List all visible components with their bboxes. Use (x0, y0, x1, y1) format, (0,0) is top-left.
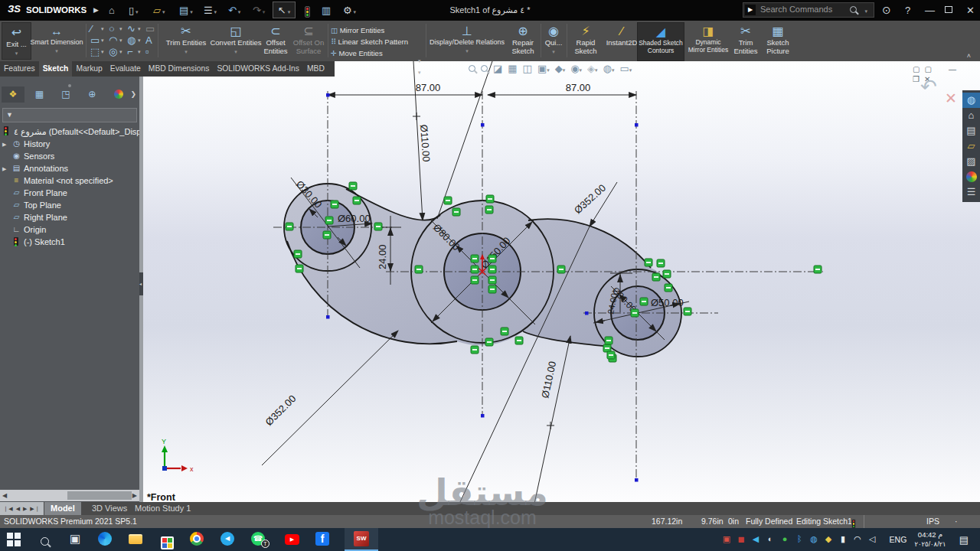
status-options-icon[interactable]: · (955, 515, 958, 528)
sketch-point[interactable] (326, 315, 330, 319)
dimxpert-tab-icon[interactable]: ⊕ (80, 86, 103, 103)
cancel-overlay-icon[interactable]: ✕ (945, 90, 957, 107)
panel-hscrollbar[interactable]: ◀▶ (0, 490, 139, 501)
tab-motion-study[interactable]: Motion Study 1 (129, 502, 197, 515)
user-account-icon[interactable]: ⊙ (882, 0, 891, 21)
home-button[interactable]: ⌂ (109, 0, 115, 21)
edge-icon[interactable] (98, 532, 112, 546)
convert-entities-button[interactable]: ◱Convert Entities▾ (208, 24, 263, 56)
open-file-button[interactable]: ▱ ▾ (153, 0, 165, 22)
linear-sketch-pattern-button[interactable]: ⠿ Linear Sketch Pattern (331, 36, 408, 47)
sketch-point[interactable] (481, 123, 485, 127)
redo-button[interactable]: ↷ ▾ (253, 0, 265, 22)
search-icon[interactable] (850, 6, 857, 13)
instant2d-button[interactable]: ∕Instant2D (603, 24, 640, 47)
facebook-icon[interactable]: f (315, 532, 331, 547)
tray-volume-icon[interactable]: ◁ (865, 534, 879, 544)
tree-item-history[interactable]: ▶◷History (0, 138, 139, 150)
sketch-point[interactable] (585, 311, 589, 315)
search-scope-icon[interactable]: ▶ (745, 5, 756, 15)
search-box[interactable]: ▶ Search Commands ▾ (743, 2, 874, 18)
graphics-area[interactable]: 87.00 87.00 Ø110.00 Ø110.00 Ø352.00 Ø352… (139, 61, 980, 502)
previous-view-icon[interactable]: ◪ (493, 63, 502, 74)
tree-item-sensors[interactable]: ◉Sensors (0, 150, 139, 162)
start-button[interactable] (6, 532, 21, 547)
tree-item--sketch1[interactable]: (-) Sketch1 (0, 236, 139, 248)
sketch-point[interactable] (481, 414, 485, 418)
tray-app-icon[interactable]: ◐ (763, 534, 777, 543)
tree-item-annotations[interactable]: ▶▤Annotations (0, 162, 139, 174)
help-icon[interactable]: ? (905, 0, 910, 21)
tab-sketch[interactable]: Sketch (39, 61, 73, 77)
telegram-icon[interactable]: ◀ (220, 532, 234, 546)
trim-entities2-button[interactable]: ✂TrimEntities (732, 24, 760, 56)
tab-model[interactable]: Model (44, 502, 81, 515)
task-pane[interactable]: ◍ ⌂ ▤ ▱ ▨ ☰ (962, 90, 980, 202)
appearance-icon[interactable]: ◈▾ (587, 63, 598, 74)
featuremanager-tab-icon[interactable]: ❖ (2, 86, 24, 103)
section-view-icon[interactable]: ▦ (508, 63, 517, 74)
tray-telegram-icon[interactable]: ◀ (749, 534, 763, 544)
task-view-icon[interactable]: ▣ (67, 532, 83, 547)
scroll-thumb[interactable] (67, 491, 132, 500)
language-label[interactable]: ENG (887, 535, 910, 544)
menu-expand-icon[interactable]: ▶ (93, 0, 99, 21)
collapse-ribbon-icon[interactable]: ˄ (967, 52, 971, 60)
panel-tabs-expand-icon[interactable]: ❯ (130, 90, 136, 98)
panel-grip[interactable] (0, 77, 139, 86)
tab-3d-views[interactable]: 3D Views (86, 502, 133, 515)
tray-solidworks-icon[interactable]: ▣ (720, 534, 733, 544)
repair-sketch-button[interactable]: ⊕RepairSketch (507, 24, 539, 56)
zoom-area-icon[interactable] (481, 65, 488, 72)
offset-on-surface-button[interactable]: ⊆Offset OnSurface (291, 24, 326, 56)
display-delete-relations-button[interactable]: ⊥Display/Delete Relations▾ (424, 24, 510, 55)
search-dropdown-icon[interactable]: ▾ (864, 8, 867, 15)
undo-button[interactable]: ↶ ▾ (228, 0, 240, 22)
solidworks-taskbar-item[interactable]: SW (345, 528, 378, 551)
offset-entities-button[interactable]: ⊂OffsetEntities (259, 24, 292, 56)
displaymanager-tab-icon[interactable] (107, 86, 130, 103)
scroll-right-icon[interactable]: ▶ (132, 490, 137, 501)
tab-mbd-dimensions[interactable]: MBD Dimensions (145, 61, 214, 77)
tree-root[interactable]: مشروع ٤ (Default<<Default>_Displa (0, 126, 139, 138)
chrome-icon[interactable] (190, 532, 204, 546)
appearances-icon[interactable]: ▤ (962, 123, 980, 139)
taskbar-search-icon[interactable] (37, 535, 52, 550)
display-style-icon[interactable]: ◆▾ (555, 63, 566, 74)
configurations-tab-icon[interactable]: ◳ (54, 86, 77, 103)
whatsapp-icon[interactable]: ☎T (251, 532, 265, 546)
taskbar-clock[interactable]: 04:42 م٢٠٢٥/٠٨/٢١ (911, 530, 949, 549)
view-orientation-icon[interactable]: ▣▾ (537, 63, 550, 74)
status-units[interactable]: IPS (926, 515, 939, 528)
tree-item-top-plane[interactable]: ▱Top Plane (0, 199, 139, 211)
tray-battery-icon[interactable]: ▮ (836, 534, 850, 544)
tray-wifi-icon[interactable]: ◠ (851, 534, 864, 544)
tab-markup[interactable]: Markup (72, 61, 106, 77)
tab-solidworks-addins[interactable]: SOLIDWORKS Add-Ins (213, 61, 303, 77)
close-button[interactable]: ✕ (966, 0, 975, 21)
youtube-icon[interactable]: ▶ (285, 532, 300, 547)
expand-icon[interactable]: ▶ (2, 163, 6, 174)
tab-scroll-arrows[interactable]: ❘◀ ◀ ▶ ▶❘ (0, 502, 44, 515)
scene-icon[interactable]: ◍▾ (603, 63, 615, 74)
panel-collapse-handle[interactable]: ◂ (139, 272, 143, 295)
minimize-button[interactable]: — (925, 0, 935, 21)
mirror-entities-button[interactable]: ◫ Mirror Entities (331, 24, 408, 36)
quick-snaps-button[interactable]: ◉Qui...▾ (542, 24, 565, 56)
file-explorer-icon[interactable] (129, 532, 144, 547)
notification-center-icon[interactable]: ▤ (957, 534, 971, 546)
sketch-picture-button[interactable]: ▦SketchPicture (763, 24, 793, 56)
library-folder-icon[interactable]: ▱ (962, 139, 980, 154)
headsup-toolbar[interactable]: ◪ ▦ ◫ ▣▾ ◆▾ ◉▾ ◈▾ ◍▾ ▭▾ (469, 63, 632, 74)
rapid-sketch-button[interactable]: ⚡RapidSketch (570, 24, 602, 56)
tray-cube-icon[interactable]: ◼ (734, 534, 748, 544)
tree-item-material-not-specified-[interactable]: ≡Material <not specified> (0, 174, 139, 187)
smart-dimension-button[interactable]: ↔Smart Dimension▾ (28, 24, 86, 55)
hide-show-icon[interactable]: ◉▾ (570, 63, 582, 74)
propertymanager-tab-icon[interactable]: ▦ (28, 86, 51, 103)
file-properties-button[interactable]: ▥ (322, 0, 331, 21)
annotation-icon[interactable]: ◫ (523, 63, 532, 74)
filter-box[interactable]: ▼ (2, 108, 137, 122)
scroll-left-icon[interactable]: ◀ (2, 490, 7, 501)
tree-item-right-plane[interactable]: ▱Right Plane (0, 211, 139, 223)
